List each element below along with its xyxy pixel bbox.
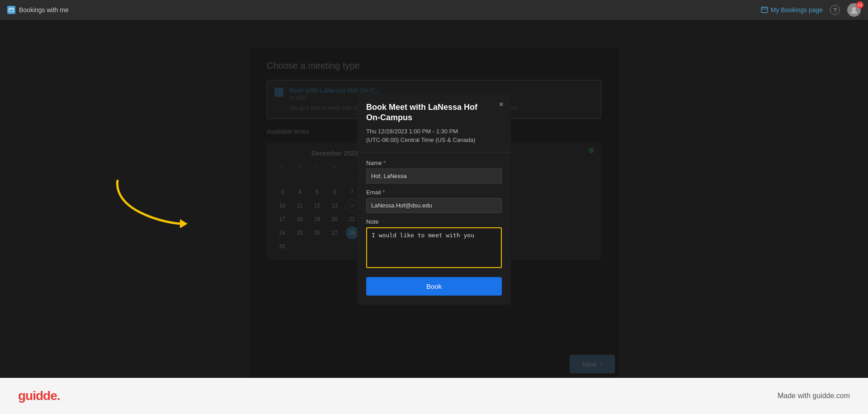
modal-title: Book Meet with LaNessa Hof On-Campus bbox=[366, 102, 502, 123]
email-form-group: Email * bbox=[366, 189, 502, 213]
note-textarea[interactable]: I would like to meet with you bbox=[366, 227, 502, 268]
my-bookings-label: My Bookings page bbox=[771, 6, 823, 14]
note-form-group: Note I would like to meet with you bbox=[366, 218, 502, 270]
made-with-text: Made with guidde.com bbox=[778, 392, 850, 400]
svg-rect-0 bbox=[9, 8, 14, 12]
modal-datetime: Thu 12/28/2023 1:00 PM - 1:30 PM (UTC-06… bbox=[366, 127, 502, 145]
note-label: Note bbox=[366, 218, 502, 225]
top-bar-right: My Bookings page ? 13 bbox=[761, 3, 861, 17]
book-button[interactable]: Book bbox=[366, 277, 502, 296]
email-required: * bbox=[382, 189, 385, 196]
email-input[interactable] bbox=[366, 198, 502, 213]
svg-point-8 bbox=[852, 7, 856, 11]
help-button[interactable]: ? bbox=[830, 5, 840, 15]
modal-datetime-line2: (UTC-06:00) Central Time (US & Canada) bbox=[366, 136, 475, 143]
name-label: Name * bbox=[366, 160, 502, 166]
modal-header: Book Meet with LaNessa Hof On-Campus Thu… bbox=[357, 93, 511, 152]
bookings-icon bbox=[7, 6, 15, 14]
main-content: Choose a meeting type Meet with LaNessa … bbox=[0, 20, 868, 378]
modal-datetime-line1: Thu 12/28/2023 1:00 PM - 1:30 PM bbox=[366, 128, 458, 135]
name-required: * bbox=[383, 160, 386, 166]
modal-body: Name * Email * Note I would like to meet… bbox=[357, 152, 511, 305]
email-label: Email * bbox=[366, 189, 502, 196]
top-bar: Bookings with me My Bookings page ? 13 bbox=[0, 0, 868, 20]
modal-close-button[interactable]: × bbox=[499, 100, 504, 108]
name-form-group: Name * bbox=[366, 160, 502, 183]
calendar-icon bbox=[761, 6, 768, 14]
book-button-label: Book bbox=[426, 282, 442, 290]
app-title: Bookings with me bbox=[19, 6, 69, 14]
avatar-wrapper: 13 bbox=[847, 3, 861, 17]
name-input[interactable] bbox=[366, 169, 502, 183]
bottom-bar: guidde. Made with guidde.com bbox=[0, 378, 868, 414]
booking-modal: Book Meet with LaNessa Hof On-Campus Thu… bbox=[357, 93, 511, 305]
notification-badge: 13 bbox=[856, 1, 863, 9]
my-bookings-button[interactable]: My Bookings page bbox=[761, 6, 823, 14]
svg-rect-4 bbox=[761, 7, 768, 13]
top-bar-left: Bookings with me bbox=[7, 6, 69, 14]
guidde-logo: guidde. bbox=[18, 389, 60, 403]
